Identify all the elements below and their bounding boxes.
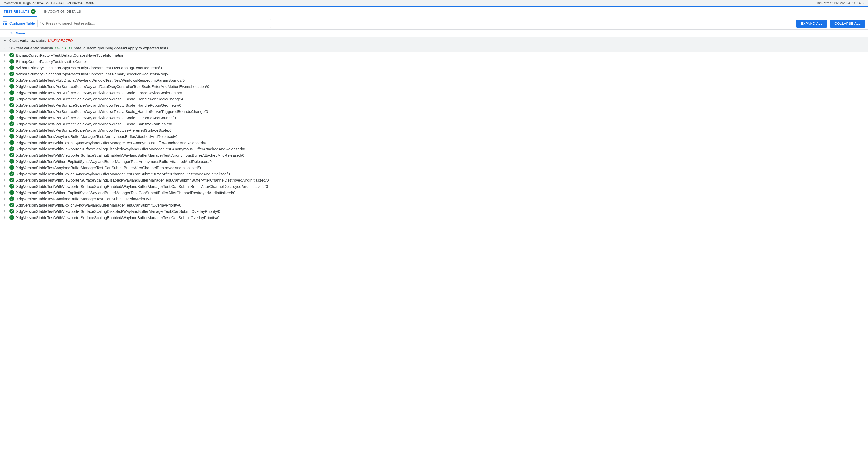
- chevron-right-icon: [3, 53, 7, 58]
- check-icon: [9, 115, 14, 120]
- check-icon: [9, 215, 14, 220]
- check-icon: [31, 9, 36, 14]
- check-icon: [9, 147, 14, 151]
- chevron-right-icon: [3, 90, 7, 95]
- test-row[interactable]: XdgVersionStableTestWithViewporterSurfac…: [0, 214, 868, 221]
- test-name: XdgVersionStableTest/PerSurfaceScaleWayl…: [16, 91, 183, 95]
- test-row[interactable]: XdgVersionStableTestWithViewporterSurfac…: [0, 177, 868, 183]
- check-icon: [9, 190, 14, 195]
- test-row[interactable]: XdgVersionStableTestWithExplicitSync/Way…: [0, 140, 868, 146]
- chevron-right-icon: [3, 165, 7, 170]
- test-row[interactable]: XdgVersionStableTestWithoutExplicitSync/…: [0, 158, 868, 164]
- test-name: XdgVersionStableTest/PerSurfaceScaleWayl…: [16, 122, 172, 126]
- test-row[interactable]: XdgVersionStableTestWithViewporterSurfac…: [0, 152, 868, 158]
- test-name: XdgVersionStableTest/PerSurfaceScaleWayl…: [16, 116, 176, 120]
- test-name: BitmapCursorFactoryTest.DefaultCursorsHa…: [16, 53, 124, 58]
- chevron-right-icon: [3, 78, 7, 83]
- check-icon: [9, 159, 14, 164]
- collapse-all-button[interactable]: COLLAPSE ALL: [830, 20, 865, 28]
- configure-table-button[interactable]: Configure Table: [3, 21, 35, 26]
- chevron-right-icon: [3, 65, 7, 70]
- test-name: BitmapCursorFactoryTest.InvisibleCursor: [16, 59, 87, 64]
- check-icon: [9, 90, 14, 95]
- test-name: XdgVersionStableTestWithoutExplicitSync/…: [16, 159, 212, 164]
- chevron-right-icon: [3, 147, 7, 151]
- column-s[interactable]: S: [10, 31, 13, 35]
- test-name: XdgVersionStableTest/PerSurfaceScaleWayl…: [16, 97, 184, 101]
- test-row[interactable]: XdgVersionStableTest/PerSurfaceScaleWayl…: [0, 96, 868, 102]
- tab-test-results-label: TEST RESULTS: [4, 10, 29, 13]
- group-unexpected-status-label: status=: [35, 38, 48, 43]
- test-row[interactable]: XdgVersionStableTestWithViewporterSurfac…: [0, 208, 868, 214]
- test-row[interactable]: XdgVersionStableTest/PerSurfaceScaleWayl…: [0, 127, 868, 133]
- check-icon: [9, 153, 14, 157]
- check-icon: [9, 203, 14, 207]
- search-box[interactable]: [37, 19, 272, 28]
- finalized-at-prefix: at: [829, 1, 833, 5]
- test-row[interactable]: XdgVersionStableTestWithViewporterSurfac…: [0, 183, 868, 189]
- test-row[interactable]: XdgVersionStableTestWithViewporterSurfac…: [0, 146, 868, 152]
- test-row[interactable]: XdgVersionStableTest/WaylandBufferManage…: [0, 164, 868, 171]
- check-icon: [9, 78, 14, 83]
- group-unexpected[interactable]: 0 test variants: status=UNEXPECTED: [0, 37, 868, 44]
- check-icon: [9, 103, 14, 107]
- test-name: XdgVersionStableTest/WaylandBufferManage…: [16, 165, 201, 170]
- test-row[interactable]: XdgVersionStableTest/WaylandBufferManage…: [0, 196, 868, 202]
- test-row[interactable]: XdgVersionStableTest/PerSurfaceScaleWayl…: [0, 83, 868, 90]
- column-name[interactable]: Name: [16, 31, 25, 35]
- chevron-right-icon: [3, 196, 7, 201]
- check-icon: [9, 84, 14, 89]
- test-row[interactable]: XdgVersionStableTest/PerSurfaceScaleWayl…: [0, 121, 868, 127]
- chevron-right-icon: [3, 203, 7, 207]
- test-name: XdgVersionStableTest/PerSurfaceScaleWayl…: [16, 128, 172, 132]
- chevron-down-icon: [3, 38, 7, 43]
- top-bar: Invocation ID u-igalia-2024-12-11-17-14-…: [0, 0, 868, 6]
- invocation-id-label: Invocation ID: [3, 1, 22, 5]
- test-row[interactable]: XdgVersionStableTest/PerSurfaceScaleWayl…: [0, 102, 868, 108]
- chevron-right-icon: [3, 134, 7, 138]
- search-icon: [40, 21, 45, 26]
- test-name: XdgVersionStableTest/PerSurfaceScaleWayl…: [16, 84, 209, 89]
- test-name: XdgVersionStableTestWithExplicitSync/Way…: [16, 203, 181, 207]
- group-unexpected-count: 0 test variants:: [9, 38, 35, 43]
- test-row[interactable]: XdgVersionStableTest/PerSurfaceScaleWayl…: [0, 115, 868, 121]
- check-icon: [9, 165, 14, 170]
- test-row[interactable]: XdgVersionStableTest/PerSurfaceScaleWayl…: [0, 108, 868, 115]
- test-row[interactable]: BitmapCursorFactoryTest.DefaultCursorsHa…: [0, 52, 868, 58]
- chevron-right-icon: [3, 122, 7, 126]
- test-row[interactable]: XdgVersionStableTestWithExplicitSync/Way…: [0, 171, 868, 177]
- group-unexpected-status-value: UNEXPECTED: [48, 38, 73, 43]
- chevron-right-icon: [3, 209, 7, 214]
- test-name: XdgVersionStableTest/WaylandBufferManage…: [16, 134, 177, 138]
- configure-table-label: Configure Table: [9, 21, 35, 26]
- chevron-right-icon: [3, 96, 7, 101]
- check-icon: [9, 53, 14, 58]
- expand-all-button[interactable]: EXPAND ALL: [796, 20, 828, 28]
- tab-invocation-details[interactable]: INVOCATION DETAILS: [43, 6, 82, 17]
- test-name: WithoutPrimarySelection/CopyPasteOnlyCli…: [16, 72, 170, 76]
- group-expected-note: note: custom grouping doesn't apply to e…: [73, 46, 168, 50]
- test-row[interactable]: WithoutPrimarySelection/CopyPasteOnlyCli…: [0, 71, 868, 77]
- group-expected[interactable]: 589 test variants: status=EXPECTED, note…: [0, 44, 868, 52]
- check-icon: [9, 109, 14, 114]
- chevron-right-icon: [3, 103, 7, 107]
- check-icon: [9, 209, 14, 214]
- chevron-right-icon: [3, 115, 7, 120]
- test-name: XdgVersionStableTest/PerSurfaceScaleWayl…: [16, 109, 208, 114]
- search-input[interactable]: [45, 20, 269, 27]
- test-row[interactable]: XdgVersionStableTest/PerSurfaceScaleWayl…: [0, 90, 868, 96]
- test-row[interactable]: XdgVersionStableTest/MultiDisplayWayland…: [0, 77, 868, 83]
- test-row[interactable]: XdgVersionStableTest/WaylandBufferManage…: [0, 133, 868, 140]
- check-icon: [9, 140, 14, 145]
- tab-test-results[interactable]: TEST RESULTS: [3, 6, 37, 17]
- test-row[interactable]: XdgVersionStableTestWithExplicitSync/Way…: [0, 202, 868, 208]
- test-name: XdgVersionStableTest/WaylandBufferManage…: [16, 197, 152, 201]
- chevron-right-icon: [3, 159, 7, 164]
- chevron-right-icon: [3, 84, 7, 89]
- test-row[interactable]: BitmapCursorFactoryTest.InvisibleCursor: [0, 58, 868, 64]
- test-row[interactable]: XdgVersionStableTestWithoutExplicitSync/…: [0, 189, 868, 196]
- test-name: XdgVersionStableTestWithViewporterSurfac…: [16, 153, 244, 157]
- test-name: XdgVersionStableTest/MultiDisplayWayland…: [16, 78, 185, 83]
- test-row[interactable]: WithoutPrimarySelection/CopyPasteOnlyCli…: [0, 64, 868, 71]
- chevron-right-icon: [3, 153, 7, 157]
